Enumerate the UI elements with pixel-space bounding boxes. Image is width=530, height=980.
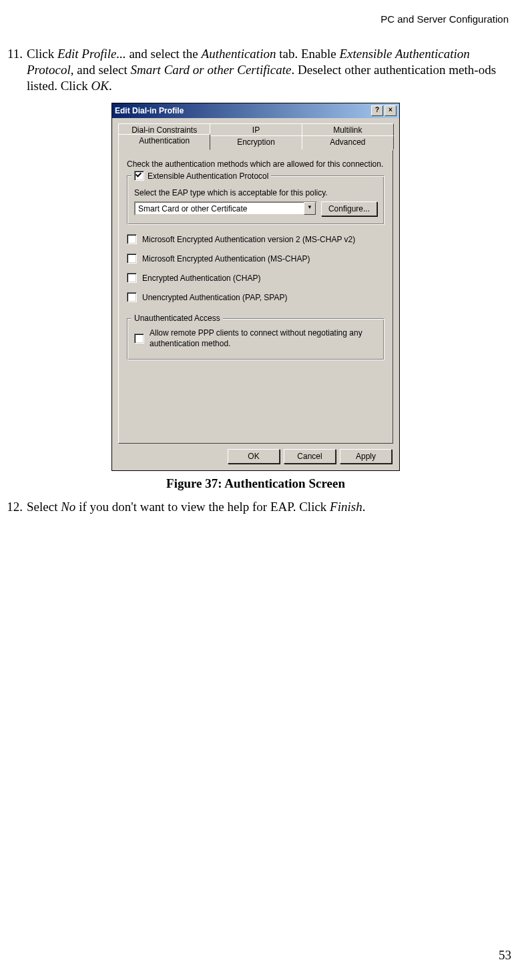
eap-selected-value: Smart Card or other Certificate: [138, 204, 247, 213]
tab-authentication[interactable]: Authentication: [118, 134, 210, 150]
tab-strip: Dial-in Constraints IP Multilink Authent…: [118, 123, 393, 150]
eap-type-select[interactable]: Smart Card or other Certificate ▼: [134, 201, 317, 215]
eap-group: Extensible Authentication Protocol Selec…: [127, 175, 384, 225]
text: Click: [27, 47, 57, 61]
apply-button[interactable]: Apply: [340, 449, 392, 464]
mschap-checkbox[interactable]: [127, 254, 137, 264]
text: .: [109, 79, 112, 93]
step-12: 12. Select No if you don't want to view …: [0, 499, 511, 515]
tab-name: Authentication: [202, 47, 276, 61]
tab-advanced[interactable]: Advanced: [302, 135, 394, 149]
dialog-title: Edit Dial-in Profile: [115, 106, 370, 115]
pap-label: Unencrypted Authentication (PAP, SPAP): [142, 293, 287, 302]
page-number: 53: [499, 948, 511, 963]
unauth-group: Unauthenticated Access Allow remote PPP …: [127, 318, 384, 360]
pap-checkbox[interactable]: [127, 292, 137, 302]
tab-panel: Check the authentication methods which a…: [118, 150, 393, 444]
eap-subinstruction: Select the EAP type which is acceptable …: [134, 188, 377, 197]
step-number: 12.: [0, 499, 27, 515]
auth-methods-list: Microsoft Encrypted Authentication versi…: [127, 234, 384, 302]
option-name: No: [61, 500, 75, 514]
menu-name: Edit Profile...: [57, 47, 126, 61]
step-number: 11.: [0, 46, 27, 93]
unauth-checkbox[interactable]: [134, 334, 144, 344]
instruction-text: Check the authentication methods which a…: [127, 159, 384, 169]
text: .: [362, 500, 366, 514]
figure-screenshot: Edit Dial-in Profile ? × Dial-in Constra…: [102, 103, 409, 471]
eap-checkbox[interactable]: [134, 171, 144, 181]
unauth-title: Unauthenticated Access: [134, 314, 220, 323]
button-name: OK: [91, 79, 109, 93]
step-body: Select No if you don't want to view the …: [27, 499, 511, 515]
option-name: Smart Card or other Certificate: [130, 63, 291, 77]
dropdown-arrow-icon[interactable]: ▼: [304, 202, 316, 215]
eap-label: Extensible Authentication Protocol: [148, 171, 268, 181]
page-header: PC and Server Configuration: [0, 13, 511, 25]
configure-button[interactable]: Configure...: [321, 201, 377, 216]
ok-button[interactable]: OK: [228, 449, 280, 464]
button-name: Finish: [330, 500, 362, 514]
chap-checkbox[interactable]: [127, 273, 137, 283]
step-11: 11. Click Edit Profile... and select the…: [0, 46, 511, 93]
cancel-button[interactable]: Cancel: [284, 449, 336, 464]
help-button[interactable]: ?: [371, 105, 383, 116]
close-button[interactable]: ×: [384, 105, 396, 116]
text: and select the: [126, 47, 202, 61]
figure-caption: Figure 37: Authentication Screen: [0, 476, 511, 491]
mschap2-label: Microsoft Encrypted Authentication versi…: [142, 235, 355, 244]
dialog-window: Edit Dial-in Profile ? × Dial-in Constra…: [111, 103, 400, 471]
titlebar[interactable]: Edit Dial-in Profile ? ×: [112, 103, 399, 118]
chap-label: Encrypted Authentication (CHAP): [142, 274, 260, 283]
text: , and select: [71, 63, 131, 77]
tab-encryption[interactable]: Encryption: [210, 135, 302, 149]
dialog-buttons: OK Cancel Apply: [118, 449, 393, 464]
text: Select: [27, 500, 61, 514]
mschap-label: Microsoft Encrypted Authentication (MS-C…: [142, 254, 310, 264]
text: tab. Enable: [276, 47, 339, 61]
text: if you don't want to view the help for E…: [75, 500, 330, 514]
mschap2-checkbox[interactable]: [127, 234, 137, 244]
unauth-label: Allow remote PPP clients to connect with…: [150, 328, 377, 349]
step-body: Click Edit Profile... and select the Aut…: [27, 46, 511, 93]
